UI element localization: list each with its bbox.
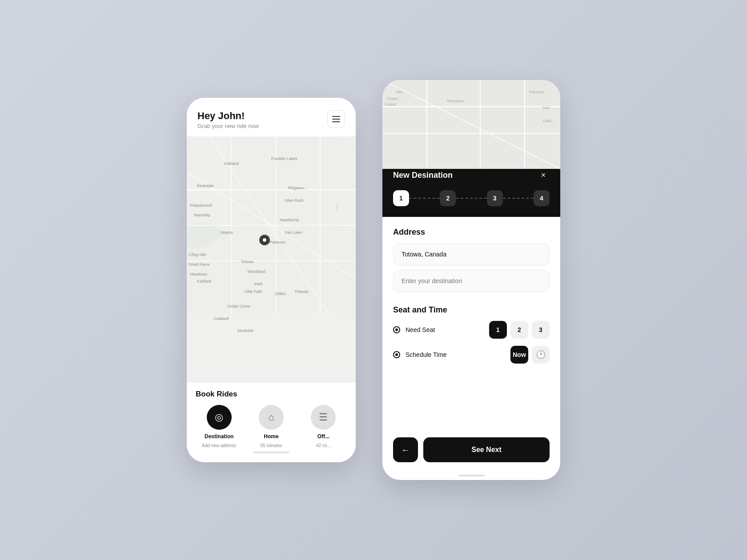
svg-text:Sad...: Sad...	[542, 105, 553, 110]
modal-title: New Desination	[393, 171, 453, 180]
phone-2: viên Green Forest Wanaque Ramsey Sad... …	[382, 80, 560, 480]
ride-card-destination[interactable]: ◎ Destination Add new address	[196, 405, 242, 448]
destination-input[interactable]	[393, 270, 550, 292]
map-label: Little Falls	[244, 289, 262, 294]
book-rides-title: Book Rides	[196, 390, 347, 399]
menu-line-3	[332, 121, 340, 122]
map-label: Montclair	[237, 328, 254, 333]
step-line-2	[456, 198, 486, 199]
map-label: Franklin Lakes	[271, 156, 297, 161]
svg-text:Forest: Forest	[385, 102, 396, 107]
svg-text:viên: viên	[396, 90, 403, 94]
schedule-time-radio[interactable]	[393, 351, 400, 358]
map-label: Riverdale	[197, 184, 214, 188]
svg-text:Green: Green	[387, 96, 398, 101]
ride-card-sub: 55 minutes	[261, 443, 282, 448]
map-label: Công viên	[189, 252, 207, 257]
map-label: Glen Rock	[285, 198, 303, 203]
map-area: State Oakland Franklin Lakes Riverdale R…	[187, 136, 356, 383]
map-label: Fair Lawn	[285, 230, 302, 235]
map-label: Caldwell	[214, 316, 229, 321]
back-button[interactable]: ←	[393, 437, 418, 462]
office-icon: ☰	[311, 405, 336, 430]
ride-cards: ◎ Destination Add new address ⌂ Home 55 …	[196, 405, 347, 448]
map-label: Township	[193, 213, 210, 217]
time-btn-schedule[interactable]: 🕐	[532, 346, 550, 364]
ride-card-name: Home	[264, 433, 278, 440]
svg-text:Ramsey: Ramsey	[529, 90, 544, 94]
step-4[interactable]: 4	[534, 190, 550, 206]
svg-text:State: State	[335, 203, 339, 212]
map-label: Wayne	[221, 230, 233, 235]
map-label: Oakland	[224, 161, 239, 166]
map-label: Cedar Grove	[227, 304, 250, 308]
need-seat-radio[interactable]	[393, 326, 400, 333]
svg-text:Sadc...: Sadc...	[542, 119, 555, 123]
seat-btn-group: 1 2 3	[489, 321, 550, 339]
map-label: Hawthorne	[280, 218, 299, 222]
radio-dot-inner	[395, 353, 398, 356]
destination-icon: ◎	[207, 405, 232, 430]
map-label: Passaic	[295, 289, 309, 294]
modal-overlay: New Desination × 1 2 3 4 Address Seat	[382, 169, 560, 480]
seat-btn-3[interactable]: 3	[532, 321, 550, 339]
need-seat-row: Need Seat 1 2 3	[393, 321, 550, 339]
menu-line-2	[332, 119, 340, 120]
modal-header: New Desination × 1 2 3 4	[382, 169, 560, 217]
modal-footer: ← See Next	[382, 430, 560, 473]
modal-scroll-bar	[458, 475, 485, 476]
home-icon: ⌂	[259, 405, 284, 430]
map-label: Pequannock	[190, 203, 213, 208]
svg-text:Wanaque: Wanaque	[447, 99, 464, 103]
ride-card-home[interactable]: ⌂ Home 55 minutes	[248, 405, 294, 448]
seat-time-section: Seat and Time Need Seat 1 2 3	[393, 305, 550, 364]
step-2[interactable]: 2	[440, 190, 456, 206]
greeting: Hey John!	[197, 110, 259, 122]
ride-card-sub: Add new address	[202, 443, 236, 448]
map-label: Totowa	[241, 260, 254, 264]
modal-title-row: New Desination ×	[393, 169, 550, 181]
time-btn-now[interactable]: Now	[510, 346, 528, 364]
menu-line-1	[332, 116, 340, 117]
phone1-header: Hey John! Grab your new ride now	[187, 98, 356, 136]
time-btn-group: Now 🕐	[510, 346, 550, 364]
step-line-1	[409, 198, 440, 199]
seat-btn-2[interactable]: 2	[510, 321, 528, 339]
schedule-time-row: Schedule Time Now 🕐	[393, 346, 550, 364]
step-1[interactable]: 1	[393, 190, 409, 206]
map-pin	[259, 235, 270, 245]
subtitle: Grab your new ride now	[197, 123, 259, 129]
modal-close-button[interactable]: ×	[537, 169, 550, 181]
phone-1: Hey John! Grab your new ride now S	[187, 98, 356, 462]
schedule-time-label: Schedule Time	[406, 351, 505, 358]
ride-card-sub: 42 mi...	[316, 443, 331, 448]
see-next-button[interactable]: See Next	[423, 437, 550, 462]
address-section-title: Address	[393, 228, 550, 237]
step-3[interactable]: 3	[487, 190, 503, 206]
book-rides-section: Book Rides ◎ Destination Add new address…	[187, 383, 356, 462]
ride-card-office[interactable]: ☰ Off... 42 mi...	[300, 405, 347, 448]
ride-card-name: Off...	[317, 433, 329, 440]
map-label: Ridgewo...	[288, 186, 307, 190]
modal-body: Address Seat and Time Need Seat 1 2 3	[382, 217, 560, 430]
scroll-indicator	[253, 452, 289, 453]
seat-time-title: Seat and Time	[393, 305, 550, 315]
map-label: Fairfield	[197, 279, 211, 284]
need-seat-label: Need Seat	[406, 326, 484, 333]
map-label: Paterson	[269, 240, 285, 244]
radio-dot-inner	[395, 328, 398, 331]
menu-button[interactable]	[327, 110, 345, 128]
stepper-row: 1 2 3 4	[393, 190, 550, 206]
step-line-3	[503, 198, 534, 199]
map-label: Woodland	[248, 269, 265, 274]
map-label: Great Piece	[189, 262, 210, 267]
phone2-map: viên Green Forest Wanaque Ramsey Sad... …	[382, 80, 560, 169]
map-label: Park	[254, 282, 263, 286]
phone1-header-text: Hey John! Grab your new ride now	[197, 110, 259, 129]
seat-btn-1[interactable]: 1	[489, 321, 507, 339]
map-label: Clifton	[275, 292, 286, 296]
map-label: Meadows	[190, 272, 208, 276]
current-location-input[interactable]	[393, 243, 550, 265]
ride-card-name: Destination	[205, 433, 233, 440]
